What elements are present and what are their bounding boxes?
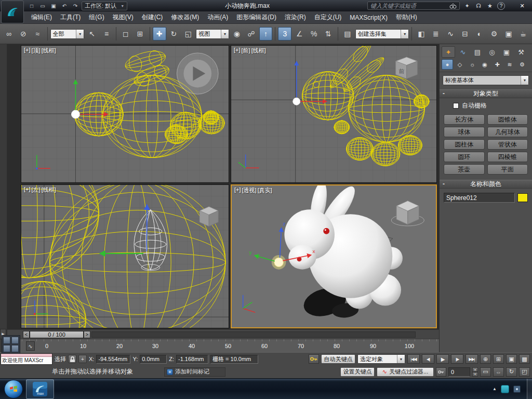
- menu-maxscript[interactable]: MAXScript(X): [345, 11, 392, 23]
- tray-network-icon[interactable]: [501, 385, 509, 393]
- systems-category-icon[interactable]: ⚙: [516, 59, 528, 70]
- chevron-down-icon[interactable]: ▼: [221, 30, 229, 38]
- spacewarps-category-icon[interactable]: ≋: [504, 59, 515, 70]
- key-mode-dropdown[interactable]: 选定对象 ▼: [357, 354, 405, 364]
- z-coordinate-field[interactable]: -1.168mm: [176, 355, 208, 364]
- infocenter-search-input[interactable]: 键入关键字或短语: [367, 2, 460, 10]
- menu-edit[interactable]: 编辑(E): [27, 11, 56, 23]
- binoculars-search-icon[interactable]: [449, 3, 457, 9]
- snap-toggle-icon[interactable]: 3: [278, 27, 291, 41]
- rollout-collapse-icon[interactable]: -: [443, 180, 445, 188]
- y-coordinate-field[interactable]: 0.0mm: [140, 355, 167, 364]
- selection-lock-icon[interactable]: [68, 355, 76, 363]
- track-bar[interactable]: ∿ 0 10 20 30 40 50 60 70 80 90 100: [7, 339, 439, 352]
- rollout-collapse-icon[interactable]: -: [443, 90, 445, 97]
- lights-category-icon[interactable]: ☼: [467, 59, 478, 70]
- show-desktop-button[interactable]: [527, 379, 532, 399]
- redo-icon[interactable]: ↷: [71, 2, 80, 10]
- angle-snap-icon[interactable]: ∠: [292, 27, 306, 41]
- key-mode-toggle-icon[interactable]: [436, 367, 446, 377]
- torus-button[interactable]: 圆环: [444, 152, 485, 162]
- sphere-button[interactable]: 球体: [444, 127, 485, 137]
- rectangular-selection-region-icon[interactable]: ◻: [119, 27, 132, 41]
- viewport-menu-shading[interactable]: [线框]: [42, 186, 56, 194]
- rendered-frame-window-icon[interactable]: ▣: [502, 27, 515, 41]
- orbit-icon[interactable]: ↻: [506, 367, 517, 377]
- menu-rendering[interactable]: 渲染(R): [281, 11, 310, 23]
- tab-motion-icon[interactable]: ◎: [485, 46, 499, 58]
- menu-create[interactable]: 创建(C): [138, 11, 167, 23]
- align-icon[interactable]: ≣: [429, 27, 443, 41]
- left-viewport-canvas[interactable]: [21, 185, 229, 328]
- undo-icon[interactable]: ↶: [60, 2, 69, 10]
- set-key-big-icon[interactable]: [309, 354, 319, 364]
- selection-filter-dropdown[interactable]: 全部 ▼: [50, 29, 85, 39]
- time-slider[interactable]: < 0 / 100 >: [7, 329, 439, 339]
- view-cube-face-label[interactable]: 前: [399, 68, 405, 74]
- spinner-up-icon[interactable]: ▲: [472, 367, 478, 372]
- viewport-layout-button[interactable]: [2, 335, 20, 354]
- view-cube[interactable]: 前: [396, 57, 418, 79]
- add-time-tag[interactable]: 添加时间标记: [164, 367, 225, 377]
- tab-hierarchy-icon[interactable]: ▤: [471, 46, 484, 58]
- viewport-left[interactable]: [+] [左] [线框]: [21, 184, 229, 328]
- auto-key-button[interactable]: 自动关键点: [321, 354, 355, 364]
- x-coordinate-field[interactable]: -94.554mm: [96, 355, 130, 364]
- close-window-button[interactable]: ✕: [515, 2, 529, 10]
- viewport-menu-shading[interactable]: [真实]: [258, 187, 272, 194]
- tray-ime-icon[interactable]: [513, 385, 521, 393]
- menu-graph-editors[interactable]: 图形编辑器(D): [232, 11, 281, 23]
- mini-curve-editor-icon[interactable]: ∿: [26, 341, 35, 351]
- absolute-mode-icon[interactable]: +: [78, 355, 87, 363]
- play-overlay-icon[interactable]: [177, 53, 218, 94]
- teapot-button[interactable]: 茶壶: [444, 164, 485, 175]
- tab-create-icon[interactable]: ✦: [442, 46, 455, 58]
- viewport-menu-view[interactable]: [左]: [32, 186, 41, 194]
- object-type-rollout[interactable]: - 对象类型: [440, 89, 532, 98]
- selected-sphere[interactable]: [272, 255, 286, 270]
- menu-animation[interactable]: 动画(A): [203, 11, 232, 23]
- workspace-selector[interactable]: 工作区: 默认 ▼: [82, 2, 127, 10]
- top-viewport-canvas[interactable]: [21, 46, 229, 182]
- cone-button[interactable]: 圆锥体: [487, 114, 528, 125]
- geometry-category-dropdown[interactable]: 标准基本体 ▼: [443, 75, 529, 85]
- tab-display-icon[interactable]: ▣: [500, 46, 513, 58]
- tray-expand-icon[interactable]: ▲: [493, 387, 497, 391]
- viewport-menu-plus[interactable]: [+]: [234, 47, 241, 55]
- geometry-category-icon[interactable]: ●: [442, 59, 453, 70]
- next-frame-icon[interactable]: |▶: [451, 354, 463, 364]
- reference-coordinate-dropdown[interactable]: 视图 ▼: [196, 29, 229, 39]
- select-by-name-icon[interactable]: ≡: [100, 27, 113, 41]
- plane-button[interactable]: 平面: [487, 164, 528, 175]
- select-and-link-icon[interactable]: ∞: [2, 27, 16, 41]
- chevron-down-icon[interactable]: ▼: [521, 76, 528, 85]
- view-cube[interactable]: [200, 207, 218, 227]
- new-scene-icon[interactable]: □: [27, 2, 36, 10]
- viewport-menu-view[interactable]: [前]: [242, 47, 250, 55]
- zoom-icon[interactable]: ⊕: [480, 354, 491, 364]
- edit-named-selection-sets-icon[interactable]: ▤: [341, 27, 354, 41]
- time-slider-track[interactable]: [91, 331, 416, 338]
- maxscript-mini-listener[interactable]: 欢迎使用 MAXScr: [1, 353, 52, 365]
- material-editor-icon[interactable]: ◐: [473, 27, 486, 41]
- chevron-down-icon[interactable]: ▼: [401, 30, 408, 38]
- select-and-scale-icon[interactable]: ◱: [181, 27, 195, 41]
- current-frame-field[interactable]: 0: [448, 367, 470, 377]
- go-to-start-icon[interactable]: |◀◀: [407, 354, 420, 364]
- chevron-down-icon[interactable]: ▼: [397, 355, 405, 363]
- bind-to-spacewarp-icon[interactable]: ≈: [31, 27, 45, 41]
- select-object-icon[interactable]: ↖: [85, 27, 99, 41]
- viewport-menu-plus[interactable]: [+]: [24, 47, 31, 55]
- play-animation-icon[interactable]: ▶: [436, 354, 449, 364]
- zoom-extents-icon[interactable]: ▣: [506, 354, 517, 364]
- taskbar-3dsmax-button[interactable]: max: [26, 379, 54, 399]
- viewport-menu-view[interactable]: [透视]: [242, 187, 257, 194]
- save-file-icon[interactable]: ▣: [49, 2, 58, 10]
- subscription-center-icon[interactable]: ✦: [463, 2, 471, 10]
- key-filters-button[interactable]: ∿ 关键点过滤器...: [377, 367, 434, 377]
- open-file-icon[interactable]: ▭: [38, 2, 47, 10]
- render-setup-icon[interactable]: ⚙: [487, 27, 501, 41]
- pan-view-icon[interactable]: ⇔: [493, 367, 504, 377]
- favorites-star-icon[interactable]: ★: [486, 2, 494, 10]
- selected-sphere[interactable]: [293, 98, 300, 105]
